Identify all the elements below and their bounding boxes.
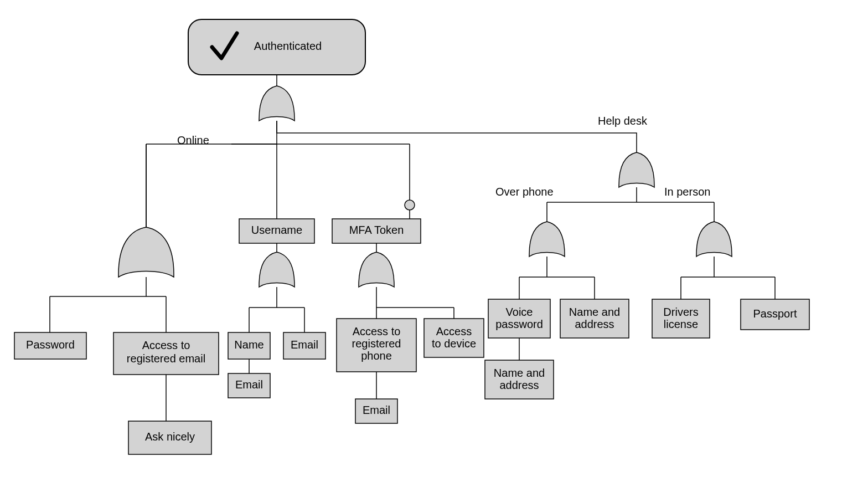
node-mfa-token: MFA Token bbox=[332, 219, 421, 243]
svg-text:Username: Username bbox=[251, 224, 302, 236]
root-or-gate bbox=[259, 75, 294, 121]
node-access-device: Accessto device bbox=[424, 319, 484, 357]
svg-text:Ask nicely: Ask nicely bbox=[145, 431, 195, 443]
edge-label-helpdesk: Help desk bbox=[598, 115, 648, 127]
edge-label-in-person: In person bbox=[664, 186, 710, 198]
root-node: Authenticated bbox=[188, 19, 365, 75]
node-email-3: Email bbox=[355, 399, 397, 423]
svg-text:Name: Name bbox=[234, 339, 264, 351]
node-password: Password bbox=[14, 332, 86, 359]
svg-text:Passport: Passport bbox=[753, 308, 797, 320]
node-email-2: Email bbox=[228, 373, 270, 398]
in-person-or-gate bbox=[696, 222, 732, 257]
node-voice-password: Voicepassword bbox=[488, 299, 550, 338]
optional-indicator-icon bbox=[405, 200, 415, 210]
node-name-address-2: Name andaddress bbox=[485, 360, 554, 399]
node-name: Name bbox=[228, 332, 270, 359]
svg-text:Driverslicense: Driverslicense bbox=[663, 306, 698, 330]
node-username: Username bbox=[239, 219, 314, 243]
svg-text:Email: Email bbox=[363, 404, 390, 416]
username-or-gate bbox=[259, 252, 294, 287]
attack-tree-diagram: Authenticated Online Help desk Password … bbox=[0, 0, 868, 502]
helpdesk-or-gate bbox=[619, 152, 654, 187]
edge-label-over-phone: Over phone bbox=[495, 186, 554, 198]
root-label: Authenticated bbox=[254, 40, 322, 52]
node-email-1: Email bbox=[283, 332, 326, 359]
svg-text:Name andaddress: Name andaddress bbox=[494, 367, 545, 391]
svg-text:Email: Email bbox=[235, 378, 263, 391]
mfa-or-gate bbox=[359, 252, 394, 287]
svg-text:Password: Password bbox=[26, 339, 75, 351]
node-drivers-license: Driverslicense bbox=[652, 299, 710, 338]
svg-text:MFA Token: MFA Token bbox=[349, 224, 404, 236]
node-name-address-1: Name andaddress bbox=[560, 299, 629, 338]
online-credentials-or-gate bbox=[118, 227, 174, 277]
svg-text:Accessto device: Accessto device bbox=[432, 325, 476, 350]
edge-label-online: Online bbox=[177, 134, 209, 146]
node-access-phone: Access toregisteredphone bbox=[337, 319, 416, 372]
node-passport: Passport bbox=[741, 299, 809, 330]
node-access-email: Access toregistered email bbox=[113, 332, 219, 375]
svg-text:Name andaddress: Name andaddress bbox=[569, 306, 620, 330]
node-ask-nicely: Ask nicely bbox=[128, 421, 211, 454]
svg-text:Email: Email bbox=[291, 339, 318, 351]
over-phone-or-gate bbox=[529, 222, 565, 257]
